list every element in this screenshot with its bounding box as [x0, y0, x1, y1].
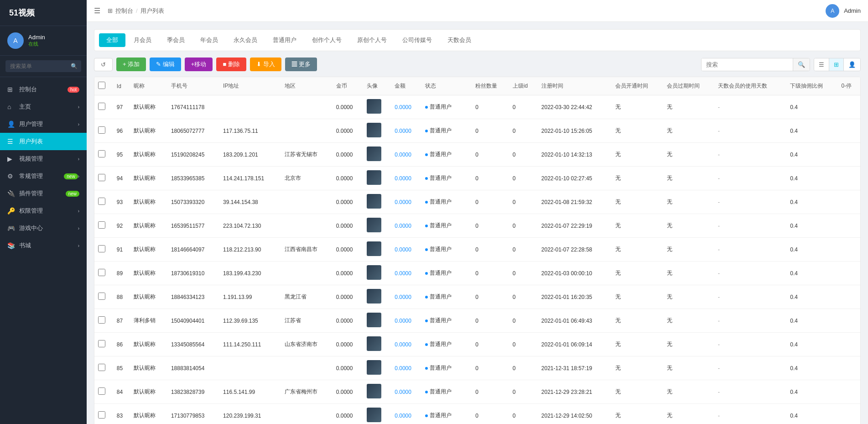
menu-toggle-icon[interactable]: ☰ [94, 6, 100, 15]
row-checkbox[interactable] [98, 411, 105, 419]
more-button[interactable]: ☰ 更多 [285, 58, 317, 71]
amount-link[interactable]: 0.0000 [395, 104, 411, 110]
row-parent-id: 0 [509, 119, 538, 143]
sidebar-item-label: 书城 [19, 241, 78, 250]
table-col-header: 金币 [333, 77, 363, 95]
row-checkbox[interactable] [98, 269, 105, 276]
tab-normal[interactable]: 普通用户 [265, 33, 304, 47]
row-checkbox[interactable] [98, 293, 105, 300]
list-view-button[interactable]: ☰ [814, 58, 829, 71]
row-nickname: 默认昵称 [130, 380, 167, 404]
status-dot-icon [425, 248, 428, 251]
row-coins: 0.0000 [333, 119, 363, 143]
row-coins: 0.0000 [333, 356, 363, 380]
sidebar-search-input[interactable] [5, 60, 81, 72]
avatar-img [367, 99, 381, 114]
row-checkbox[interactable] [98, 198, 105, 205]
status-label: 普通用户 [430, 293, 452, 301]
row-tianshu-days: - [714, 356, 786, 380]
sidebar-item-game-center[interactable]: 🎮 游戏中心 › [0, 220, 87, 237]
amount-link[interactable]: 0.0000 [395, 175, 411, 182]
row-tianshu-days: - [714, 262, 786, 285]
sidebar-item-dashboard[interactable]: ⊞ 控制台 hot [0, 81, 87, 98]
tab-monthly[interactable]: 月会员 [126, 33, 159, 47]
table-row: 86 默认昵称 13345085564 111.14.250.111 山东省济南… [94, 333, 860, 356]
amount-link[interactable]: 0.0000 [395, 413, 411, 419]
row-checkbox-cell [94, 309, 113, 333]
row-nickname: 默认昵称 [130, 119, 167, 143]
table-body: 97 默认昵称 17674111178 0.0000 0.0000 普通用户 0… [94, 95, 860, 424]
chevron-right-icon: › [78, 105, 79, 110]
amount-link[interactable]: 0.0000 [395, 270, 411, 277]
row-checkbox[interactable] [98, 245, 105, 252]
add-button[interactable]: + 添加 [116, 58, 146, 71]
row-checkbox[interactable] [98, 316, 105, 324]
table-header-row: Id昵称手机号IP地址地区金币头像金额状态粉丝数量上级id注册时间会员开通时间会… [94, 77, 860, 95]
table-col-header: 天数会员的使用天数 [714, 77, 786, 95]
amount-link[interactable]: 0.0000 [395, 389, 411, 395]
select-all-checkbox[interactable] [98, 82, 105, 89]
row-checkbox[interactable] [98, 387, 105, 395]
import-button[interactable]: ⬇ 导入 [250, 58, 281, 71]
row-avatar [363, 262, 391, 285]
amount-link[interactable]: 0.0000 [395, 152, 411, 158]
row-amount: 0.0000 [391, 309, 421, 333]
sidebar-item-bookstore[interactable]: 📚 书城 › [0, 237, 87, 254]
tab-creator-personal[interactable]: 创作个人号 [305, 33, 349, 47]
row-checkbox[interactable] [98, 221, 105, 229]
sidebar-item-perm-mgmt[interactable]: 🔑 权限管理 › [0, 202, 87, 220]
row-reg-time: 2022-01-10 02:27:45 [538, 167, 612, 190]
row-region: 江西省南昌市 [281, 238, 332, 262]
sidebar-item-plugin-mgmt[interactable]: 🔌 插件管理 new [0, 185, 87, 202]
row-parent-id: 0 [509, 309, 538, 333]
row-checkbox[interactable] [98, 126, 105, 134]
chevron-right-icon: › [78, 226, 79, 231]
row-parent-id: 0 [509, 238, 538, 262]
search-button[interactable]: 🔍 [793, 58, 810, 71]
row-checkbox-cell [94, 119, 113, 143]
search-input[interactable] [702, 58, 793, 71]
row-checkbox[interactable] [98, 174, 105, 181]
user-view-button[interactable]: 👤 [844, 58, 860, 71]
move-button[interactable]: +移动 [185, 58, 213, 71]
tab-all[interactable]: 全部 [99, 33, 125, 47]
tab-quarterly[interactable]: 季会员 [160, 33, 192, 47]
sidebar-item-label: 权限管理 [19, 207, 78, 215]
amount-link[interactable]: 0.0000 [395, 341, 411, 348]
sidebar-item-video-mgmt[interactable]: ▶ 视频管理 › [0, 150, 87, 168]
row-checkbox[interactable] [98, 364, 105, 371]
row-checkbox[interactable] [98, 103, 105, 110]
amount-link[interactable]: 0.0000 [395, 318, 411, 324]
row-vip-open: 无 [612, 285, 663, 309]
row-coins: 0.0000 [333, 333, 363, 356]
amount-link[interactable]: 0.0000 [395, 294, 411, 300]
row-amount: 0.0000 [391, 238, 421, 262]
tab-original-personal[interactable]: 原创个人号 [350, 33, 394, 47]
sidebar-item-user-mgmt[interactable]: 👤 用户管理 › [0, 115, 87, 133]
row-phone: 16539511577 [167, 214, 219, 238]
row-checkbox-cell [94, 333, 113, 356]
sidebar-item-user-list[interactable]: ☰ 用户列表 [0, 133, 87, 150]
status-label: 普通用户 [430, 246, 452, 253]
edit-button[interactable]: ✎ 编辑 [150, 58, 181, 71]
sidebar-item-home[interactable]: ⌂ 主页 › [0, 98, 87, 115]
sidebar-item-common-mgmt[interactable]: ⚙ 常规管理 new› [0, 168, 87, 185]
tab-company-media[interactable]: 公司传媒号 [395, 33, 439, 47]
tab-tianshu[interactable]: 天数会员 [440, 33, 478, 47]
row-stop [837, 214, 860, 238]
grid-view-button[interactable]: ⊞ [829, 58, 844, 71]
row-tianshu-days: - [714, 214, 786, 238]
refresh-button[interactable]: ↺ [94, 58, 113, 71]
tab-yearly[interactable]: 年会员 [193, 33, 225, 47]
delete-button[interactable]: ■ 删除 [216, 58, 246, 71]
amount-link[interactable]: 0.0000 [395, 223, 411, 229]
row-checkbox[interactable] [98, 340, 105, 347]
amount-link[interactable]: 0.0000 [395, 128, 411, 134]
amount-link[interactable]: 0.0000 [395, 365, 411, 372]
amount-link[interactable]: 0.0000 [395, 199, 411, 205]
row-status: 普通用户 [421, 404, 472, 424]
row-vip-open: 无 [612, 190, 663, 214]
amount-link[interactable]: 0.0000 [395, 246, 411, 253]
tab-permanent[interactable]: 永久会员 [226, 33, 265, 47]
row-checkbox[interactable] [98, 150, 105, 157]
